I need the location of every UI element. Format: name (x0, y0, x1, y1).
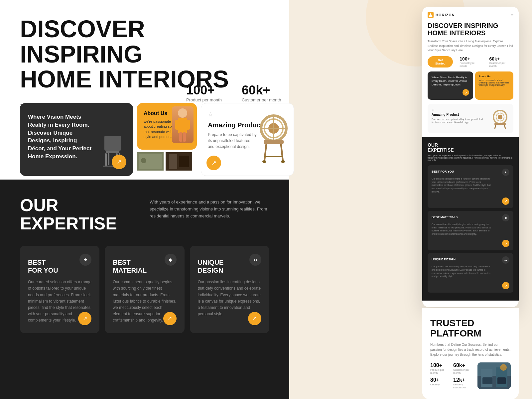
svg-line-26 (281, 144, 283, 162)
expertise-title: OUR EXPERTISE (20, 196, 117, 232)
svg-rect-9 (175, 120, 179, 130)
best-material-arrow-button[interactable]: ↗ (163, 312, 177, 325)
feature-cards-row: Where Vision Meets Reality in Every Room… (20, 103, 283, 176)
stat-products: 100+ Product per month (186, 83, 222, 102)
svg-rect-12 (183, 132, 186, 142)
mobile-logo-text: HORIZON (436, 13, 455, 17)
unique-design-desc: Our passion lies in crafting designs tha… (198, 279, 261, 317)
mobile-amazing-title: Amazing Product (432, 113, 491, 116)
svg-rect-18 (179, 156, 189, 167)
trusted-stat-countries: 80+ Country (430, 377, 451, 389)
trusted-stat-delivery: 12k+ Delivery successful (453, 377, 473, 389)
amazing-card-arrow-button[interactable]: ↗ (206, 156, 221, 170)
unique-design-arrow-button[interactable]: ↗ (248, 312, 261, 325)
rattan-chair-image (257, 110, 290, 163)
mobile-expertise-section: OUR EXPERTISE With years of experience a… (422, 137, 519, 301)
mobile-logo-icon (428, 12, 434, 18)
expertise-title-block: OUR EXPERTISE (20, 196, 117, 232)
mobile-expertise-desc: With years of experience and a passion f… (428, 154, 513, 161)
mobile-get-started-button[interactable]: Get Started (428, 56, 453, 67)
mobile-orange-card: About Us we're passionate about creating… (475, 71, 513, 100)
trusted-stats-grid: 100+ Product per month 60k+ Customer per… (430, 362, 473, 389)
mobile-orange-card-title: About Us (478, 75, 510, 78)
svg-point-15 (141, 158, 146, 163)
mobile-unique-design-icon: ●● (502, 256, 509, 264)
expertise-header: OUR EXPERTISE With years of experience a… (20, 196, 269, 232)
mobile-stat-products: 100+ Product type month (460, 56, 482, 67)
svg-rect-10 (186, 120, 190, 130)
thumb-gallery (137, 152, 197, 171)
svg-rect-17 (169, 154, 177, 169)
svg-line-36 (495, 125, 496, 129)
mobile-exp-item-best-materials: BEST MATERIALS ◆ Our commitment to quali… (428, 211, 513, 250)
orange-about-card: About Us we're passionate about creating… (137, 103, 197, 176)
svg-rect-11 (179, 132, 182, 142)
woman-image (172, 106, 194, 143)
mobile-logo: HORIZON (428, 12, 455, 18)
svg-point-7 (178, 108, 187, 118)
svg-rect-43 (497, 377, 506, 384)
expertise-description: With years of experience and a passion f… (150, 196, 269, 219)
mobile-best-for-you-desc: Our curated selection offers a range of … (432, 177, 491, 194)
svg-point-29 (281, 160, 285, 163)
svg-rect-24 (264, 140, 284, 144)
expertise-section: OUR EXPERTISE With years of experience a… (0, 180, 289, 399)
mobile-unique-design-arrow[interactable]: ↗ (502, 282, 509, 289)
svg-line-25 (264, 144, 266, 162)
exp-card-best-for-you: ★ BEST FOR YOU Our curated selection off… (20, 246, 99, 333)
mobile-amazing-desc: Prepare to be captivated by its unparall… (432, 118, 491, 124)
mobile-stats-row: Get Started 100+ Product type month 60k+… (422, 56, 519, 67)
mobile-exp-best-for-you-title: BEST FOR YOU (432, 170, 454, 173)
mobile-best-materials-desc: Our commitment to quality begins with so… (432, 223, 491, 236)
stat-customers: 60k+ Customer per month (242, 83, 281, 102)
trusted-desc: Numbers that Define Our Success. Behind … (430, 342, 511, 357)
svg-rect-42 (482, 377, 492, 384)
mobile-header: HORIZON ≡ (422, 7, 519, 18)
mobile-hero-title: DISCOVER INSPIRING HOME INTERIORS (422, 22, 519, 37)
dark-vision-card: Where Vision Meets Reality in Every Room… (20, 103, 133, 176)
trusted-platform-section: TRUSTED PLATFORM Numbers that Define Our… (422, 308, 519, 399)
mobile-unique-design-desc: Our passion lies in crafting designs tha… (432, 265, 491, 278)
svg-rect-4 (108, 153, 109, 165)
trusted-title: TRUSTED PLATFORM (430, 318, 511, 339)
svg-rect-1 (106, 151, 119, 153)
trusted-stats: 100+ Product per month 60k+ Customer per… (430, 362, 473, 389)
amazing-desc: Prepare to be captivated by its unparall… (208, 132, 258, 150)
mobile-best-materials-arrow[interactable]: ↗ (502, 240, 509, 247)
best-material-icon: ◆ (165, 254, 177, 266)
mobile-exp-item-best-for-you: BEST FOR YOU ★ Our curated selection off… (428, 165, 513, 208)
mobile-menu-icon[interactable]: ≡ (511, 12, 513, 18)
main-content-area: DISCOVER INSPIRING HOME INTERIORS Transf… (0, 0, 289, 399)
mobile-best-materials-icon: ◆ (502, 214, 509, 221)
exp-card-unique-design: ●● UNIQUE DESIGN Our passion lies in cra… (190, 246, 269, 333)
mobile-preview-panel: HORIZON ≡ DISCOVER INSPIRING HOME INTERI… (422, 7, 519, 307)
svg-line-37 (504, 125, 505, 129)
thumb-2 (166, 152, 192, 171)
svg-point-44 (500, 364, 507, 371)
mobile-hero-subtitle: Transform Your Space into a Living Maste… (422, 39, 519, 53)
mobile-dark-card-text: Where Vision Meets Reality in Every Room… (432, 75, 469, 87)
mobile-exp-item-unique-design: UNIQUE DESIGN ●● Our passion lies in cra… (428, 253, 513, 293)
trusted-stat-products: 100+ Product per month (430, 362, 451, 374)
mobile-dark-card-arrow[interactable]: ↗ (463, 89, 469, 96)
thumb-1 (137, 152, 164, 171)
mobile-orange-card-desc: we're passionate about creating spaces t… (478, 79, 510, 86)
mobile-exp-unique-design-title: UNIQUE DESIGN (432, 258, 456, 261)
amazing-product-card: ☆ Amazing Product Prepare to be captivat… (201, 103, 294, 176)
svg-rect-2 (105, 153, 107, 167)
dark-card-text: Where Vision Meets Reality in Every Room… (28, 113, 94, 161)
mobile-dark-card: Where Vision Meets Reality in Every Room… (428, 71, 473, 100)
trusted-content: 100+ Product per month 60k+ Customer per… (430, 362, 511, 389)
expertise-cards-container: ★ BEST FOR YOU Our curated selection off… (20, 246, 269, 333)
mobile-expertise-title: OUR EXPERTISE (428, 143, 513, 153)
mobile-best-for-you-arrow[interactable]: ↗ (502, 198, 509, 205)
svg-rect-35 (494, 123, 506, 125)
unique-design-icon: ●● (249, 254, 261, 266)
trusted-room-image (477, 362, 511, 389)
svg-rect-8 (178, 118, 187, 133)
best-for-you-arrow-button[interactable]: ↗ (78, 312, 91, 325)
dark-card-arrow-button[interactable]: ↗ (112, 155, 126, 169)
hero-stats: 100+ Product per month 60k+ Customer per… (186, 83, 281, 102)
svg-rect-0 (104, 136, 121, 151)
mobile-amazing-card: ☆ Amazing Product Prepare to be captivat… (428, 104, 513, 133)
